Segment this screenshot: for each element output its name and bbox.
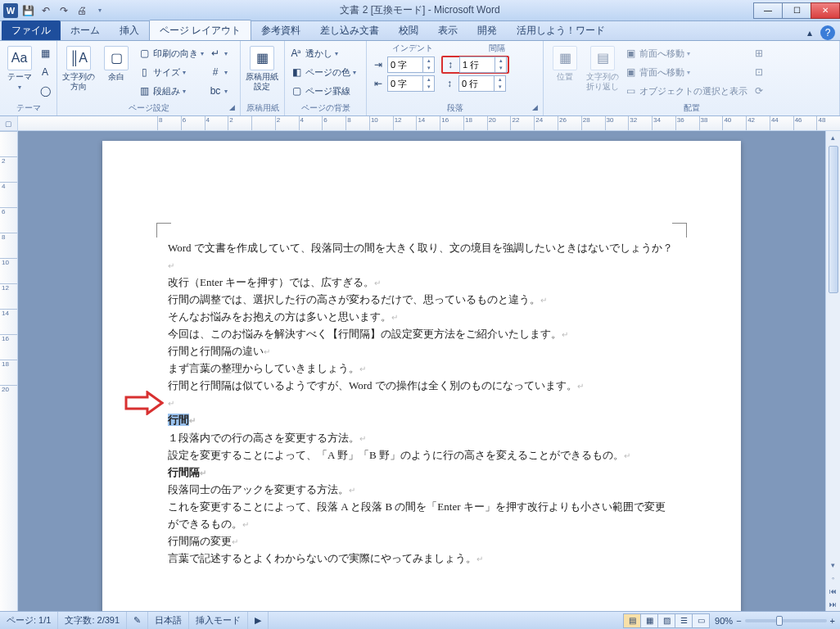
prev-page-icon[interactable]: ⏮ — [826, 585, 840, 598]
document-line[interactable]: 行間の調整では、選択した行の高さが変わるだけで、思っているものと違う。↵ — [168, 291, 675, 308]
theme-colors-button[interactable]: ▦ — [37, 44, 53, 62]
margins-button[interactable]: ▢余白 — [98, 43, 134, 82]
vertical-ruler[interactable]: 2468101214161820 — [0, 131, 18, 611]
qat-customize-icon[interactable]: ▾ — [92, 2, 108, 19]
space-after-input[interactable]: ▴▾ — [458, 75, 506, 92]
wrap-text-button[interactable]: ▤文字列の 折り返し — [585, 43, 621, 92]
page-border-button[interactable]: ▢ページ罫線 — [288, 82, 358, 100]
document-scroll[interactable]: Word で文書を作成していて、段落同士の間を大きく取り、文の境目を強調したいと… — [18, 131, 825, 611]
document-line[interactable]: 段落同士の缶アックを変更する方法。↵ — [168, 481, 675, 498]
text-direction-button[interactable]: ║A文字列の 方向 — [61, 43, 97, 92]
document-line[interactable]: 言葉で記述するとよくわからないので実際にやってみましょう。↵ — [168, 550, 675, 567]
status-mode[interactable]: 挿入モード — [189, 612, 248, 629]
document-line[interactable]: 行間と行間隔は似ているようですが、Word での操作は全く別のものになっています… — [168, 377, 675, 394]
status-proofing[interactable]: ✎ — [127, 612, 148, 629]
document-line[interactable]: そんなお悩みをお抱えの方は多いと思います。↵ — [168, 308, 675, 325]
space-before-icon: ↕ — [444, 58, 457, 71]
qat-print-icon[interactable]: 🖨 — [74, 2, 90, 19]
document-line[interactable]: 改行（Enter キーを押す）では、広すぎる。↵ — [168, 274, 675, 291]
indent-right-input[interactable]: ▴▾ — [387, 75, 435, 92]
status-word-count[interactable]: 文字数: 2/391 — [58, 612, 127, 629]
tab-addon[interactable]: 活用しよう！ワード — [507, 20, 615, 40]
tab-review[interactable]: 校閲 — [389, 20, 428, 40]
qat-undo-icon[interactable]: ↶ — [38, 2, 54, 19]
indent-heading: インデント — [370, 43, 455, 54]
tab-insert[interactable]: 挿入 — [110, 20, 149, 40]
browse-object-icon[interactable]: ◦ — [826, 572, 840, 585]
document-line[interactable]: Word で文書を作成していて、段落同士の間を大きく取り、文の境目を強調したいと… — [168, 239, 675, 274]
tab-mailings[interactable]: 差し込み文書 — [310, 20, 389, 40]
breaks-button[interactable]: ↵▾ — [207, 44, 229, 62]
tab-page-layout[interactable]: ページ レイアウト — [149, 20, 251, 40]
document-line[interactable]: １段落内での行の高さを変更する方法。↵ — [168, 429, 675, 446]
manuscript-button[interactable]: ▦原稿用紙 設定 — [244, 43, 280, 92]
dialog-launcher-icon[interactable]: ◢ — [532, 103, 538, 111]
zoom-out-button[interactable]: − — [736, 616, 741, 626]
dialog-launcher-icon[interactable]: ◢ — [229, 103, 235, 111]
document-line[interactable]: まず言葉の整理からしていきましょう。↵ — [168, 360, 675, 377]
selection-pane-button[interactable]: ▭オブジェクトの選択と表示 — [622, 82, 749, 100]
vertical-scrollbar[interactable]: ▴ ▾ ◦ ⏮ ⏭ — [825, 131, 840, 611]
view-full-screen[interactable]: ▦ — [640, 613, 658, 628]
qat-save-icon[interactable]: 💾 — [20, 2, 36, 19]
space-after-icon: ↕ — [443, 77, 456, 90]
view-outline[interactable]: ☰ — [675, 613, 693, 628]
document-line[interactable]: 行間↵ — [168, 411, 675, 428]
size-button[interactable]: ▯サイズ▾ — [136, 63, 205, 81]
tab-references[interactable]: 参考資料 — [251, 20, 310, 40]
qat-redo-icon[interactable]: ↷ — [56, 2, 72, 19]
theme-effects-button[interactable]: ◯ — [37, 82, 53, 100]
help-icon[interactable]: ? — [820, 25, 835, 40]
close-button[interactable]: ✕ — [811, 2, 840, 19]
position-button[interactable]: ▦位置 — [547, 43, 583, 82]
align-button[interactable]: ⊞ — [751, 44, 767, 62]
scroll-down-icon[interactable]: ▾ — [826, 559, 840, 572]
zoom-level[interactable]: 90% — [715, 616, 733, 626]
watermark-button[interactable]: Aᵃ透かし▾ — [288, 44, 358, 62]
line-numbers-button[interactable]: #▾ — [207, 63, 229, 81]
tab-developer[interactable]: 開発 — [467, 20, 507, 40]
status-language[interactable]: 日本語 — [148, 612, 189, 629]
status-macros[interactable]: ▶ — [248, 612, 269, 629]
tab-home[interactable]: ホーム — [61, 20, 110, 40]
theme-fonts-button[interactable]: A — [37, 63, 53, 81]
document-line[interactable]: これを変更することによって、段落 A と段落 B の間を「Enter キー」を押… — [168, 498, 675, 532]
minimize-button[interactable]: — — [753, 2, 783, 19]
minimize-ribbon-icon[interactable]: ▴ — [802, 25, 817, 40]
scroll-thumb[interactable] — [829, 146, 838, 293]
space-before-input[interactable]: ▴▾ — [459, 57, 507, 73]
status-page[interactable]: ページ: 1/1 — [0, 612, 58, 629]
themes-button[interactable]: Aa テーマ▾ — [3, 43, 35, 92]
group-button[interactable]: ⊡ — [751, 63, 767, 81]
hyphenation-button[interactable]: bc▾ — [207, 82, 229, 100]
scroll-up-icon[interactable]: ▴ — [826, 131, 840, 144]
view-web-layout[interactable]: ▨ — [657, 613, 675, 628]
page[interactable]: Word で文書を作成していて、段落同士の間を大きく取り、文の境目を強調したいと… — [102, 141, 741, 611]
watermark-icon: Aᵃ — [290, 47, 303, 60]
page-color-button[interactable]: ◧ページの色▾ — [288, 63, 358, 81]
horizontal-ruler[interactable]: 8642246810121416182022242628303234363840… — [18, 116, 840, 130]
document-line[interactable]: 設定を変更することによって、「A 野」「B 野」のように行の高さを変えることがで… — [168, 446, 675, 464]
maximize-button[interactable]: ☐ — [782, 2, 811, 19]
orientation-button[interactable]: ▢印刷の向き▾ — [136, 44, 205, 62]
document-line[interactable]: 今回は、このお悩みを解決すべく【行間隔】の設定変更方法をご紹介いたします。↵ — [168, 325, 675, 342]
group-label: 原稿用紙 — [244, 102, 281, 115]
indent-left-input[interactable]: ▴▾ — [387, 57, 435, 73]
tab-view[interactable]: 表示 — [428, 20, 467, 40]
rotate-button[interactable]: ⟳ — [751, 82, 767, 100]
next-page-icon[interactable]: ⏭ — [826, 598, 840, 611]
zoom-slider[interactable] — [745, 619, 827, 622]
columns-button[interactable]: ▥段組み▾ — [136, 82, 205, 100]
document-line[interactable]: 行間隔↵ — [168, 464, 675, 481]
document-line[interactable]: ↵ — [168, 394, 675, 411]
document-line[interactable]: 行間隔の変更↵ — [168, 532, 675, 550]
tab-file[interactable]: ファイル — [2, 20, 61, 40]
word-app-icon[interactable]: W — [3, 3, 18, 18]
zoom-in-button[interactable]: + — [830, 616, 835, 626]
bring-forward-button[interactable]: ▣前面へ移動▾ — [622, 44, 749, 62]
view-draft[interactable]: ▭ — [692, 613, 710, 628]
document-line[interactable]: 行間と行間隔の違い↵ — [168, 342, 675, 360]
send-backward-button[interactable]: ▣背面へ移動▾ — [622, 63, 749, 81]
view-print-layout[interactable]: ▤ — [623, 613, 641, 628]
ruler-toggle[interactable]: ▢ — [0, 116, 18, 130]
